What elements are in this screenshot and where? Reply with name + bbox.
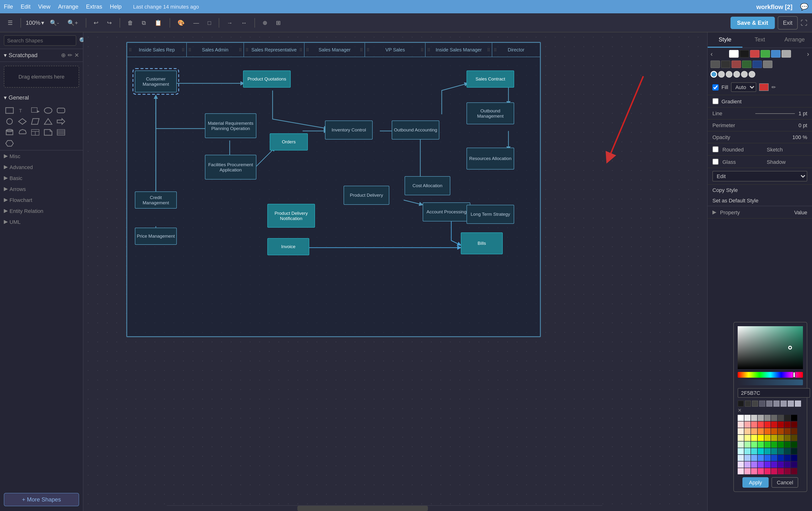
palette-cell[interactable] <box>744 442 751 448</box>
palette-cell[interactable] <box>791 435 797 441</box>
node-credit-mgmt[interactable]: Credit Management <box>135 191 177 209</box>
palette-cell[interactable] <box>778 428 784 434</box>
redo-btn[interactable]: ↪ <box>104 18 115 28</box>
palette-cell[interactable] <box>738 435 744 441</box>
list-shape[interactable] <box>55 128 67 137</box>
table-shape[interactable] <box>30 128 41 137</box>
palette-cell[interactable] <box>791 455 797 461</box>
menu-edit[interactable]: Edit <box>21 3 30 10</box>
node-invoice[interactable]: Invoice <box>267 238 309 255</box>
menu-view[interactable]: View <box>38 3 51 10</box>
palette-cell[interactable] <box>758 428 764 434</box>
palette-cell[interactable] <box>738 448 744 454</box>
arrows-category[interactable]: ▶ Arrows <box>0 183 83 194</box>
swatch-dark1[interactable] <box>710 60 720 68</box>
palette-cell[interactable] <box>771 421 777 428</box>
node-account-processing[interactable]: Account Processing <box>423 202 470 221</box>
palette-cell[interactable] <box>751 461 757 468</box>
node-long-term-strategy[interactable]: Long Term Strategy <box>466 205 514 224</box>
palette-cell[interactable] <box>771 442 777 448</box>
color-nav-prev[interactable]: ‹ <box>710 50 713 58</box>
palette-cell[interactable] <box>791 415 797 421</box>
dot-selected[interactable] <box>710 71 717 78</box>
note-shape[interactable] <box>42 128 54 137</box>
entity-relation-category[interactable]: ▶ Entity Relation <box>0 205 83 216</box>
scratchpad-close-btn[interactable]: ✕ <box>74 52 79 59</box>
palette-cell[interactable] <box>784 421 790 428</box>
menu-file[interactable]: File <box>4 3 13 10</box>
palette-cell[interactable] <box>764 442 771 448</box>
palette-cell[interactable] <box>771 435 777 441</box>
palette-cell[interactable] <box>738 428 744 434</box>
palette-cell[interactable] <box>764 415 771 421</box>
cp-cancel-btn[interactable]: Cancel <box>772 477 799 488</box>
fill-edit-icon[interactable]: ✏ <box>772 84 776 90</box>
recent-swatch-8[interactable] <box>788 400 794 407</box>
palette-cell[interactable] <box>758 421 764 428</box>
dot-5[interactable] <box>741 71 748 78</box>
save-exit-btn[interactable]: Save & Exit <box>730 17 775 29</box>
swatch-dark-green[interactable] <box>742 60 752 68</box>
palette-cell[interactable] <box>738 421 744 428</box>
triangle-shape[interactable] <box>42 117 54 126</box>
palette-cell[interactable] <box>791 442 797 448</box>
dot-3[interactable] <box>726 71 732 78</box>
misc-category[interactable]: ▶ Misc <box>0 150 83 161</box>
palette-cell[interactable] <box>778 448 784 454</box>
general-category[interactable]: ▾ General <box>0 91 83 104</box>
recent-swatch-7[interactable] <box>781 400 787 407</box>
node-price-mgmt[interactable]: Price Management <box>135 228 177 245</box>
palette-cell[interactable] <box>764 461 771 468</box>
palette-cell[interactable] <box>738 415 744 421</box>
palette-cell[interactable] <box>758 442 764 448</box>
node-facilities[interactable]: Facilities Procurement Application <box>205 155 256 180</box>
palette-cell[interactable] <box>744 435 751 441</box>
palette-cell[interactable] <box>758 461 764 468</box>
menu-extras[interactable]: Extras <box>86 3 102 10</box>
palette-cell[interactable] <box>771 428 777 434</box>
palette-cell[interactable] <box>778 442 784 448</box>
menu-arrange[interactable]: Arrange <box>58 3 78 10</box>
palette-cell[interactable] <box>784 468 790 474</box>
fullscreen-btn[interactable]: ⛶ <box>801 19 807 26</box>
palette-cell[interactable] <box>764 435 771 441</box>
palette-cell[interactable] <box>751 421 757 428</box>
palette-cell[interactable] <box>764 468 771 474</box>
dot-6[interactable] <box>749 71 755 78</box>
horizontal-scrollbar[interactable] <box>167 505 602 511</box>
palette-cell[interactable] <box>771 455 777 461</box>
shape-btn[interactable]: □ <box>205 18 214 28</box>
text-shape[interactable]: T <box>17 106 28 115</box>
palette-cell[interactable] <box>784 448 790 454</box>
palette-cell[interactable] <box>751 442 757 448</box>
node-inventory-control[interactable]: Inventory Control <box>325 120 373 140</box>
more-shapes-btn[interactable]: + More Shapes <box>4 493 79 506</box>
copy-btn[interactable]: ⧉ <box>139 18 149 28</box>
connector-btn[interactable]: → <box>224 18 235 28</box>
node-product-delivery-notification[interactable]: Product Delivery Notification <box>267 204 315 228</box>
palette-cell[interactable] <box>738 455 744 461</box>
rounded-checkbox[interactable] <box>713 146 719 152</box>
node-sales-contract[interactable]: Sales Contract <box>466 70 514 88</box>
palette-cell[interactable] <box>751 428 757 434</box>
node-product-quotations[interactable]: Product Quotations <box>243 70 291 88</box>
scrollbar-thumb[interactable] <box>297 506 428 511</box>
palette-cell[interactable] <box>784 455 790 461</box>
palette-cell[interactable] <box>784 442 790 448</box>
delete-btn[interactable]: 🗑 <box>125 18 136 28</box>
palette-cell[interactable] <box>784 461 790 468</box>
line-btn[interactable]: — <box>191 18 202 28</box>
node-customer-mgmt[interactable]: Customer Management <box>135 70 177 92</box>
zoom-out-btn[interactable]: 🔍+ <box>64 18 81 28</box>
palette-cell[interactable] <box>791 428 797 434</box>
palette-cell[interactable] <box>758 435 764 441</box>
fill-color-swatch[interactable] <box>759 83 768 91</box>
uml-category[interactable]: ▶ UML <box>0 216 83 227</box>
scratchpad-add-btn[interactable]: ⊕ <box>61 52 66 59</box>
parallelogram-shape[interactable] <box>30 117 41 126</box>
palette-cell[interactable] <box>791 421 797 428</box>
palette-cell[interactable] <box>778 461 784 468</box>
cp-hex-input[interactable] <box>738 388 810 398</box>
dot-4[interactable] <box>733 71 740 78</box>
palette-cell[interactable] <box>771 415 777 421</box>
